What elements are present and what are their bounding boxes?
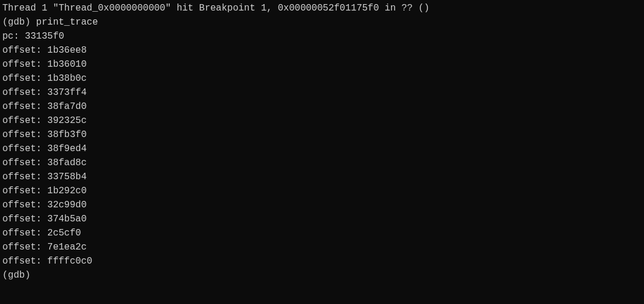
gdb-command-line: (gdb) print_trace bbox=[2, 15, 642, 29]
offset-line: offset: 38f9ed4 bbox=[2, 142, 642, 156]
offset-line: offset: 1b36010 bbox=[2, 57, 642, 71]
offset-line: offset: 374b5a0 bbox=[2, 212, 642, 226]
offset-line: offset: 38fa7d0 bbox=[2, 100, 642, 114]
gdb-prompt[interactable]: (gdb) bbox=[2, 268, 642, 282]
pc-line: pc: 33135f0 bbox=[2, 29, 642, 43]
offset-line: offset: ffffc0c0 bbox=[2, 254, 642, 268]
offset-line: offset: 33758b4 bbox=[2, 170, 642, 184]
offset-line: offset: 392325c bbox=[2, 114, 642, 128]
breakpoint-hit-line: Thread 1 "Thread_0x0000000000" hit Break… bbox=[2, 1, 642, 15]
offset-line: offset: 3373ff4 bbox=[2, 86, 642, 100]
offset-line: offset: 1b292c0 bbox=[2, 184, 642, 198]
offset-line: offset: 38fad8c bbox=[2, 156, 642, 170]
offset-line: offset: 32c99d0 bbox=[2, 198, 642, 212]
offset-line: offset: 1b38b0c bbox=[2, 71, 642, 86]
offset-line: offset: 2c5cf0 bbox=[2, 226, 642, 240]
offset-line: offset: 38fb3f0 bbox=[2, 128, 642, 142]
offset-line: offset: 1b36ee8 bbox=[2, 43, 642, 57]
offset-line: offset: 7e1ea2c bbox=[2, 240, 642, 254]
